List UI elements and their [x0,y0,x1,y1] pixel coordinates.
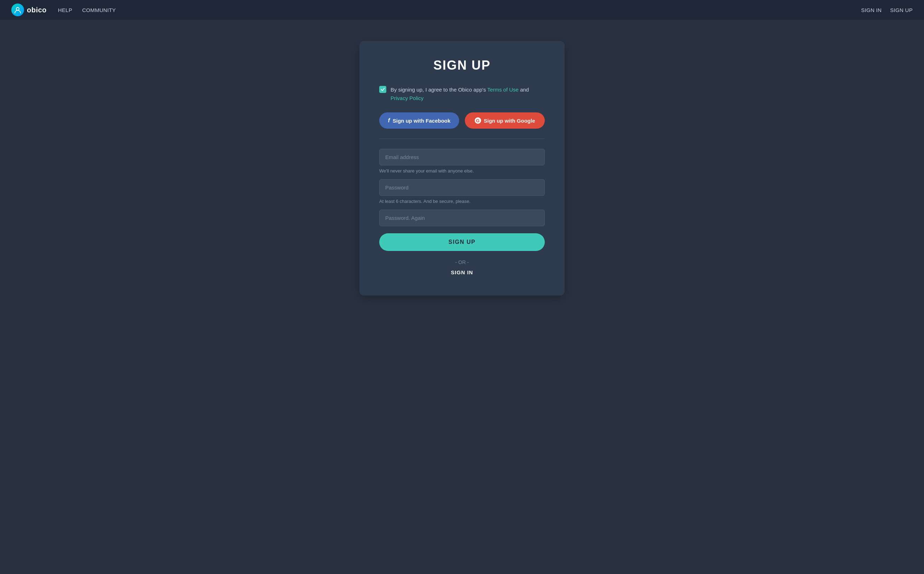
nav-left: obico HELP COMMUNITY [11,3,115,16]
email-field[interactable] [379,149,545,166]
terms-of-use-link[interactable]: Terms of Use [487,87,519,93]
signin-link[interactable]: SIGN IN [451,269,473,275]
google-signup-button[interactable]: G Sign up with Google [465,112,545,129]
google-icon: G [475,117,481,124]
terms-row: By signing up, I agree to the Obico app'… [379,85,545,102]
nav-link-community[interactable]: COMMUNITY [82,7,115,13]
email-group [379,149,545,166]
password-field[interactable] [379,179,545,196]
password-group [379,179,545,196]
nav-link-help[interactable]: HELP [58,7,72,13]
main-content: SIGN UP By signing up, I agree to the Ob… [0,20,924,574]
divider [379,139,545,139]
terms-text: By signing up, I agree to the Obico app'… [391,85,545,102]
email-hint: We'll never share your email with anyone… [379,168,545,173]
nav-links: HELP COMMUNITY [58,7,116,13]
nav-right: SIGN IN SIGN UP [861,7,913,13]
logo-icon [11,3,24,16]
page-title: SIGN UP [379,58,545,73]
facebook-signup-button[interactable]: f Sign up with Facebook [379,112,459,129]
navbar: obico HELP COMMUNITY SIGN IN SIGN UP [0,0,924,20]
nav-signup-link[interactable]: SIGN UP [890,7,913,13]
password2-group [379,210,545,226]
facebook-icon: f [388,117,390,124]
logo-link[interactable]: obico [11,3,47,16]
terms-checkbox[interactable] [379,86,386,93]
nav-signin-link[interactable]: SIGN IN [861,7,881,13]
password-confirm-field[interactable] [379,210,545,226]
signup-button[interactable]: SIGN UP [379,233,545,251]
password-hint: At least 6 characters. And be secure, pl… [379,199,545,204]
social-buttons: f Sign up with Facebook G Sign up with G… [379,112,545,129]
signin-link-container: SIGN IN [379,269,545,276]
privacy-policy-link[interactable]: Privacy Policy [391,95,424,101]
or-divider: - OR - [379,259,545,265]
logo-text: obico [27,6,47,14]
signup-card: SIGN UP By signing up, I agree to the Ob… [359,41,565,295]
svg-point-0 [16,8,19,10]
